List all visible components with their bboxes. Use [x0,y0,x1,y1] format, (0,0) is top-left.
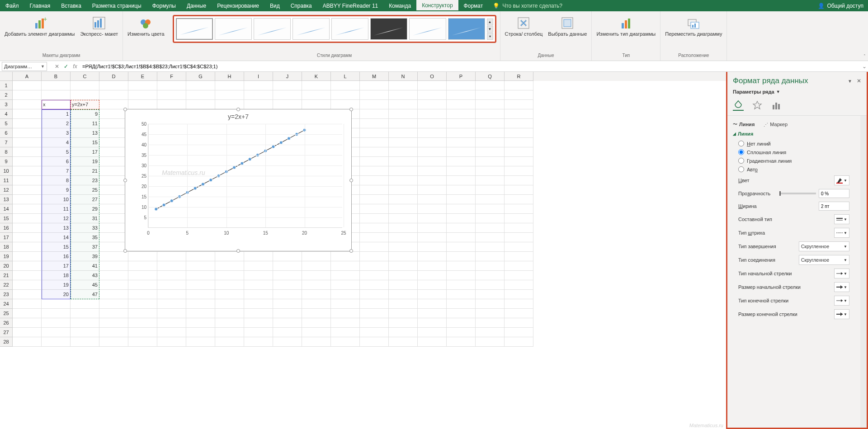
cell-N13[interactable] [389,195,418,204]
cell-B13[interactable]: 10 [42,195,71,204]
tab-файл[interactable]: Файл [0,0,24,11]
cell-M18[interactable] [360,242,389,252]
cell-J27[interactable] [273,328,302,337]
tab-конструктор[interactable]: Конструктор [416,0,458,11]
cell-H1[interactable] [215,81,244,90]
row-header-1[interactable]: 1 [0,81,13,90]
pane-scrollbar[interactable] [860,116,867,428]
cell-C28[interactable] [71,337,99,347]
cell-L3[interactable] [331,100,360,109]
cell-Q6[interactable] [476,128,505,138]
cell-N23[interactable] [389,290,418,299]
cell-R15[interactable] [505,214,533,223]
cell-F26[interactable] [157,318,186,328]
cell-C11[interactable]: 23 [71,176,99,185]
cell-A6[interactable] [13,128,42,138]
cell-P24[interactable] [447,299,476,309]
cell-C9[interactable]: 19 [71,157,99,166]
col-header-D[interactable]: D [99,72,128,81]
cell-B14[interactable]: 11 [42,204,71,214]
cell-N17[interactable] [389,233,418,242]
cell-I26[interactable] [244,318,273,328]
styles-scroll-down[interactable]: ▼ [487,26,493,33]
row-header-17[interactable]: 17 [0,233,13,242]
cell-P11[interactable] [447,176,476,185]
cell-B9[interactable]: 6 [42,157,71,166]
cell-C26[interactable] [71,318,99,328]
color-picker[interactable]: ▼ [834,175,849,185]
cell-O18[interactable] [418,242,447,252]
cell-H23[interactable] [215,290,244,299]
cell-B5[interactable]: 2 [42,119,71,128]
cell-D22[interactable] [99,280,128,290]
cell-P27[interactable] [447,328,476,337]
cell-J21[interactable] [273,271,302,280]
effects-tab-icon[interactable] [752,100,763,111]
cell-I21[interactable] [244,271,273,280]
row-header-11[interactable]: 11 [0,176,13,185]
col-header-H[interactable]: H [215,72,244,81]
cell-E22[interactable] [128,280,157,290]
cell-I23[interactable] [244,290,273,299]
cell-A5[interactable] [13,119,42,128]
cell-L21[interactable] [331,271,360,280]
cell-D9[interactable] [99,157,128,166]
cell-I3[interactable] [244,100,273,109]
cell-M15[interactable] [360,214,389,223]
cell-B22[interactable]: 19 [42,280,71,290]
cell-H21[interactable] [215,271,244,280]
cell-O12[interactable] [418,185,447,195]
cell-D15[interactable] [99,214,128,223]
tab-формат[interactable]: Формат [458,0,489,11]
cell-Q10[interactable] [476,166,505,176]
cell-M7[interactable] [360,138,389,147]
cell-O14[interactable] [418,204,447,214]
cell-C12[interactable]: 25 [71,185,99,195]
cell-M17[interactable] [360,233,389,242]
cell-H20[interactable] [215,261,244,271]
cell-B27[interactable] [42,328,71,337]
cell-M14[interactable] [360,204,389,214]
cell-E2[interactable] [128,90,157,100]
cell-P4[interactable] [447,109,476,119]
cell-Q16[interactable] [476,223,505,233]
cell-L24[interactable] [331,299,360,309]
chart-handle-e[interactable] [349,179,353,182]
cell-N19[interactable] [389,252,418,261]
chart-handle-w[interactable] [123,179,127,182]
cell-R11[interactable] [505,176,533,185]
col-header-Q[interactable]: Q [476,72,505,81]
cell-P12[interactable] [447,185,476,195]
cell-Q15[interactable] [476,214,505,223]
cell-A27[interactable] [13,328,42,337]
cell-J20[interactable] [273,261,302,271]
cell-A18[interactable] [13,242,42,252]
cell-M23[interactable] [360,290,389,299]
row-header-23[interactable]: 23 [0,290,13,299]
cell-O6[interactable] [418,128,447,138]
cell-G19[interactable] [186,252,215,261]
cell-A7[interactable] [13,138,42,147]
row-header-4[interactable]: 4 [0,109,13,119]
cell-K1[interactable] [302,81,331,90]
cell-O17[interactable] [418,233,447,242]
chart-style-2[interactable] [215,18,252,40]
cell-B8[interactable]: 5 [42,147,71,157]
cell-F27[interactable] [157,328,186,337]
cell-G22[interactable] [186,280,215,290]
cell-Q11[interactable] [476,176,505,185]
cell-C19[interactable]: 39 [71,252,99,261]
cell-Q24[interactable] [476,299,505,309]
cell-P22[interactable] [447,280,476,290]
cell-C18[interactable]: 37 [71,242,99,252]
cell-R5[interactable] [505,119,533,128]
radio-gradient-line[interactable]: Градиентная линия [731,156,857,165]
tell-me-search[interactable]: 💡 Что вы хотите сделать? [493,3,562,9]
cell-P26[interactable] [447,318,476,328]
cell-L25[interactable] [331,309,360,318]
cell-O20[interactable] [418,261,447,271]
cell-D27[interactable] [99,328,128,337]
chart-style-5[interactable] [331,18,368,40]
cell-F21[interactable] [157,271,186,280]
cell-D12[interactable] [99,185,128,195]
